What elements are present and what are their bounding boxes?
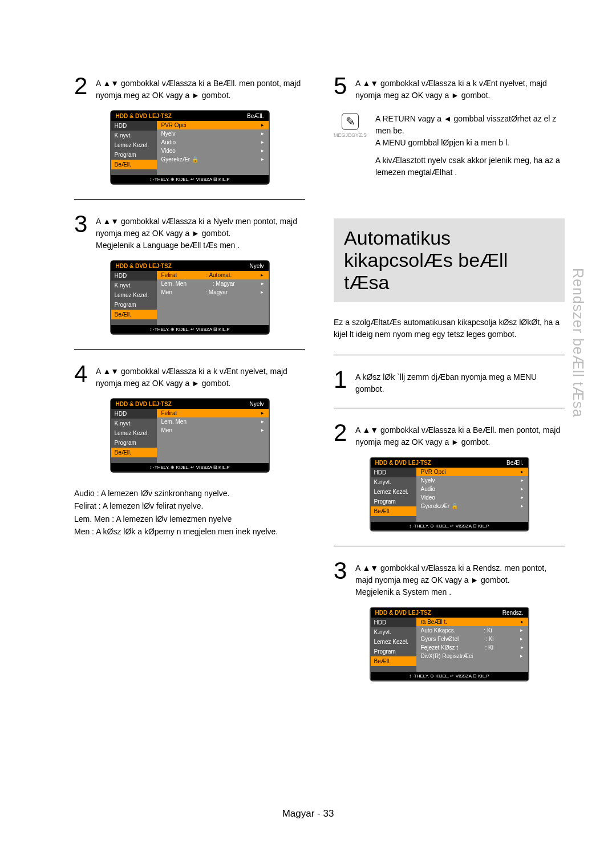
step-number: 5 (334, 74, 350, 98)
step-text: A ▲▼ gombokkal vÆlassza ki a Nyelv men p… (96, 212, 305, 251)
step-b2: 2 A ▲▼ gombokkal vÆlassza ki a BeÆll. me… (334, 421, 565, 448)
step-b1: 1 A kØsz lØk `llj zemm djÆban nyomja meg… (334, 368, 565, 395)
note-text: A RETURN vagy a ◄ gombbal visszatØrhet a… (375, 113, 565, 178)
step-4: 4 A ▲▼ gombokkal vÆlassza ki a k vÆnt ny… (74, 362, 305, 389)
step-text: A ▲▼ gombokkal vÆlassza ki a Rendsz. men… (355, 559, 565, 598)
osd-content: PVR Opci▸ Nyelv▸ Audio▸ Video▸ GyerekzÆr… (157, 121, 269, 175)
side-tab: Rendszer beÆll tÆsa (570, 268, 586, 417)
osd-nav: HDD K.nyvt. Lemez Kezel. Program BeÆll. (111, 121, 157, 175)
step-number: 1 (334, 368, 350, 392)
osd-screenshot-4: HDD & DVD LEJ·TSZ BeÆll. HDD K.nyvt. Lem… (370, 457, 529, 531)
step-number: 4 (74, 362, 90, 386)
step-number: 2 (334, 421, 350, 445)
osd-footer: ↕ ·THELY. ⊕ KIJEL. ↵ VISSZA ⊟ KIL.P (111, 175, 269, 184)
step-number: 3 (74, 212, 90, 236)
step-text: A ▲▼ gombokkal vÆlassza ki a BeÆll. men … (96, 74, 305, 102)
definitions: Audio : A lemezen lØv szinkronhang nyelv… (74, 487, 305, 538)
step-2: 2 A ▲▼ gombokkal vÆlassza ki a BeÆll. me… (74, 74, 305, 102)
section-heading: Automatikus kikapcsolÆs beÆll tÆsa (334, 218, 565, 302)
step-text: A ▲▼ gombokkal vÆlassza ki a BeÆll. men … (355, 421, 565, 448)
note-box: ✎ MEGJEGYZ.S A RETURN vagy a ◄ gombbal v… (334, 113, 565, 178)
osd-title: HDD & DVD LEJ·TSZ (116, 113, 172, 119)
step-number: 2 (74, 74, 90, 98)
osd-screenshot-2: HDD & DVD LEJ·TSZ Nyelv HDD K.nyvt. Leme… (110, 260, 270, 335)
page-footer: Magyar - 33 (282, 808, 334, 819)
osd-screenshot-5: HDD & DVD LEJ·TSZ Rendsz. HDD K.nyvt. Le… (370, 607, 529, 681)
step-5: 5 A ▲▼ gombokkal vÆlassza ki a k vÆnt ny… (334, 74, 565, 102)
step-3: 3 A ▲▼ gombokkal vÆlassza ki a Nyelv men… (74, 212, 305, 251)
step-number: 3 (334, 559, 350, 583)
step-text: A ▲▼ gombokkal vÆlassza ki a k vÆnt nyel… (96, 362, 305, 389)
step-text: A kØsz lØk `llj zemm djÆban nyomja meg a… (355, 368, 565, 395)
osd-screenshot-1: HDD & DVD LEJ·TSZ BeÆll. HDD K.nyvt. Lem… (110, 110, 270, 185)
left-column: 2 A ▲▼ gombokkal vÆlassza ki a BeÆll. me… (74, 74, 305, 696)
osd-subtitle: BeÆll. (247, 113, 264, 119)
step-text: A ▲▼ gombokkal vÆlassza ki a k vÆnt nyel… (355, 74, 565, 102)
osd-screenshot-3: HDD & DVD LEJ·TSZ Nyelv HDD K.nyvt. Leme… (110, 398, 270, 473)
note-label: MEGJEGYZ.S (334, 132, 367, 138)
step-b3: 3 A ▲▼ gombokkal vÆlassza ki a Rendsz. m… (334, 559, 565, 598)
section-description: Ez a szolgÆltatÆs automatikusan kikapcso… (334, 317, 565, 340)
note-icon: ✎ (342, 113, 359, 130)
right-column: 5 A ▲▼ gombokkal vÆlassza ki a k vÆnt ny… (334, 74, 565, 696)
